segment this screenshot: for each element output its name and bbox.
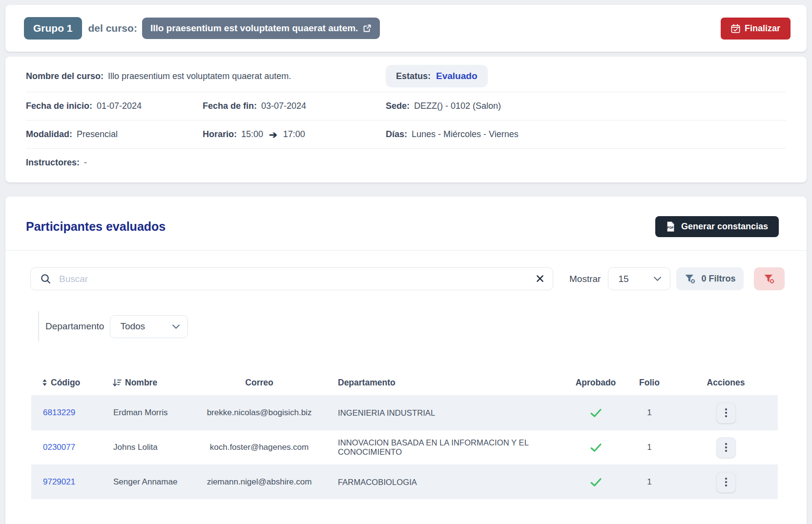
participant-code-link[interactable]: 9729021 xyxy=(43,477,75,486)
participant-email: koch.foster@hagenes.com xyxy=(190,443,328,452)
modality-value: Presencial xyxy=(77,129,118,140)
table-row: 0230077 Johns Lolita koch.foster@hagenes… xyxy=(31,430,778,464)
group-header-card: Grupo 1 del curso: Illo praesentium est … xyxy=(5,5,807,52)
course-name-label: Nombre del curso: xyxy=(26,71,104,81)
participant-name: Senger Annamae xyxy=(101,477,190,487)
generate-certificates-button[interactable]: PDF Generar constancias xyxy=(655,216,779,237)
table-row: 6813229 Erdman Morris brekke.nicolas@bog… xyxy=(31,395,778,430)
participant-department: FARMACOBIOLOGIA xyxy=(328,478,566,487)
course-link-badge[interactable]: Illo praesentium est voluptatem quaerat … xyxy=(142,18,380,39)
status-badge: Estatus: Evaluado xyxy=(386,65,488,87)
approved-cell xyxy=(566,408,625,418)
start-date-value: 01-07-2024 xyxy=(97,101,142,111)
course-info-card: Nombre del curso: Illo praesentium est v… xyxy=(5,57,807,182)
divider xyxy=(5,250,807,251)
search-icon xyxy=(41,274,51,286)
end-date-label: Fecha de fin: xyxy=(203,101,257,111)
schedule-start-value: 15:00 xyxy=(241,129,263,140)
participant-code-link[interactable]: 6813229 xyxy=(43,408,75,417)
filter-icon xyxy=(685,274,696,284)
schedule-end-value: 17:00 xyxy=(283,129,305,140)
participant-email: brekke.nicolas@bogisich.biz xyxy=(190,408,328,418)
check-icon xyxy=(590,408,602,418)
course-prefix-label: del curso: xyxy=(88,22,137,34)
participant-folio: 1 xyxy=(625,443,674,452)
sort-icon xyxy=(42,379,47,386)
finalize-button[interactable]: Finalizar xyxy=(721,18,791,40)
column-header-email: Correo xyxy=(190,378,328,388)
search-input[interactable] xyxy=(30,267,553,290)
chevron-down-icon xyxy=(654,277,661,281)
status-value: Evaluado xyxy=(436,71,477,81)
participant-name: Johns Lolita xyxy=(101,443,190,452)
participant-name: Erdman Morris xyxy=(101,408,190,418)
venue-label: Sede: xyxy=(386,101,410,111)
row-actions-button[interactable] xyxy=(716,403,736,423)
generate-certificates-label: Generar constancias xyxy=(681,222,768,232)
days-label: Días: xyxy=(386,129,407,140)
participant-folio: 1 xyxy=(625,477,674,487)
participants-card: Participantes evaluados PDF Generar cons… xyxy=(5,197,807,524)
clear-search-icon[interactable] xyxy=(535,273,545,285)
participant-department: INNOVACION BASADA EN LA INFORMACION Y EL… xyxy=(328,438,566,457)
modality-label: Modalidad: xyxy=(26,129,72,140)
row-actions-button[interactable] xyxy=(716,472,736,493)
participant-folio: 1 xyxy=(625,408,674,418)
row-actions-button[interactable] xyxy=(716,437,736,458)
participant-department: INGENIERIA INDUSTRIAL xyxy=(328,408,566,418)
approved-cell xyxy=(566,443,625,452)
approved-cell xyxy=(566,478,625,487)
calendar-check-icon xyxy=(731,24,740,33)
svg-text:PDF: PDF xyxy=(667,226,673,229)
participants-table: Código Nombre Correo Departamento Aproba… xyxy=(31,370,778,499)
table-row: 9729021 Senger Annamae ziemann.nigel@abs… xyxy=(31,464,778,499)
check-icon xyxy=(590,443,602,452)
days-value: Lunes - Miércoles - Viernes xyxy=(412,129,519,140)
page-size-select[interactable]: 15 xyxy=(608,267,670,290)
filter-clear-icon xyxy=(764,274,775,284)
show-label: Mostrar xyxy=(569,274,601,284)
filters-button[interactable]: 0 Filtros xyxy=(676,267,744,290)
table-body: 6813229 Erdman Morris brekke.nicolas@bog… xyxy=(31,395,778,499)
clear-filters-button[interactable] xyxy=(754,267,785,290)
chevron-down-icon xyxy=(172,324,180,329)
column-header-code[interactable]: Código xyxy=(31,378,101,388)
sort-descending-icon xyxy=(112,379,122,387)
department-filter-label: Departamento xyxy=(45,321,104,332)
group-badge: Grupo 1 xyxy=(24,17,82,40)
table-header-row: Código Nombre Correo Departamento Aproba… xyxy=(31,370,778,395)
filters-button-label: 0 Filtros xyxy=(701,274,735,284)
participant-email: ziemann.nigel@abshire.com xyxy=(190,477,328,487)
page-size-value: 15 xyxy=(618,274,628,284)
arrow-right-icon: ➔ xyxy=(269,129,277,141)
venue-value: DEZZ() - 0102 (Salon) xyxy=(414,101,501,111)
column-header-department: Departamento xyxy=(328,378,566,388)
schedule-label: Horario: xyxy=(203,129,237,140)
department-filter-row: Departamento Todos xyxy=(38,311,807,342)
column-header-approved: Aprobado xyxy=(566,378,625,388)
instructors-value: - xyxy=(84,158,87,168)
department-select-value: Todos xyxy=(120,321,145,332)
course-badge-label: Illo praesentium est voluptatem quaerat … xyxy=(150,23,358,34)
finalize-button-label: Finalizar xyxy=(745,23,780,34)
start-date-label: Fecha de inicio: xyxy=(26,101,92,111)
status-label: Estatus: xyxy=(396,71,431,81)
pdf-file-icon: PDF xyxy=(666,222,675,232)
column-header-name[interactable]: Nombre xyxy=(101,378,190,388)
participant-code-link[interactable]: 0230077 xyxy=(43,443,75,452)
department-select[interactable]: Todos xyxy=(110,315,188,338)
course-name-value: Illo praesentium est voluptatem quaerat … xyxy=(108,71,291,81)
column-header-actions: Acciones xyxy=(674,378,778,388)
end-date-value: 03-07-2024 xyxy=(261,101,306,111)
column-header-folio: Folio xyxy=(625,378,674,388)
external-link-icon xyxy=(363,24,372,33)
participants-title: Participantes evaluados xyxy=(26,220,166,234)
instructors-label: Instructores: xyxy=(26,158,80,168)
check-icon xyxy=(590,478,602,487)
